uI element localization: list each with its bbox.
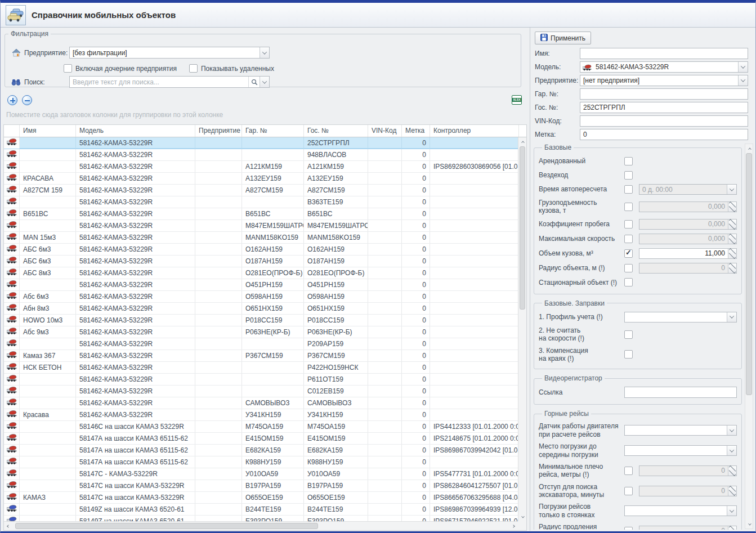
grid-vertical-scrollbar[interactable]	[518, 137, 526, 521]
option-combobox[interactable]	[624, 425, 737, 436]
option-checkbox[interactable]	[624, 157, 633, 165]
table-row[interactable]: Абн 8м3581462-КАМАЗ-53229RО651НХ159О651Н…	[4, 303, 518, 315]
option-checkbox[interactable]	[624, 203, 633, 211]
option-checkbox[interactable]	[624, 264, 633, 272]
chevron-down-icon[interactable]	[727, 312, 736, 322]
table-row[interactable]: 58146С на шасси КАМАЗ 53229RМ745ОА159М74…	[4, 421, 518, 433]
text-field[interactable]: 252СТРГРПЛ	[580, 102, 748, 113]
option-spin-editor[interactable]: 0,000	[639, 201, 737, 212]
scroll-up-icon[interactable]	[518, 137, 527, 146]
table-row[interactable]: 581462-КАМАЗ-53229RСАМОВЫВОЗСАМОВЫВОЗ0	[4, 397, 518, 409]
show-deleted-checkbox[interactable]	[189, 64, 198, 73]
remove-object-button[interactable]	[22, 95, 32, 105]
chevron-down-icon[interactable]	[738, 62, 748, 72]
option-spin-editor[interactable]: 0	[639, 263, 737, 274]
option-spin-editor[interactable]: 0	[639, 486, 737, 496]
scroll-left-icon[interactable]	[4, 522, 13, 531]
option-checkbox[interactable]	[624, 527, 633, 530]
table-row[interactable]: 581462-КАМАЗ-53229RА121КМ159А121КМ1590IP…	[4, 161, 518, 173]
table-row[interactable]: 58149Z на шасси КАМАЗ 6520-61В244ТЕ159В2…	[4, 504, 518, 516]
column-header-indicator[interactable]	[4, 125, 20, 137]
table-row[interactable]: HOWO 10м3581462-КАМАЗ-53229RР018СС159Р01…	[4, 315, 518, 326]
table-row[interactable]: 581462-КАМАЗ-53229RВ363ТЕ1590	[4, 196, 518, 208]
table-row[interactable]: MAN 15м3581462-КАМАЗ-53229RMANM158KO159M…	[4, 232, 518, 244]
option-spin-editor[interactable]: 0,000	[639, 234, 737, 244]
table-row[interactable]: АБС 6м3581462-КАМАЗ-53229RО187АН159О187А…	[4, 256, 518, 267]
option-checkbox[interactable]	[624, 235, 633, 243]
table-row[interactable]: 58147А на шасси КАМАЗ 65115-62Е415ОМ159Е…	[4, 433, 518, 445]
text-field[interactable]: 0	[580, 129, 748, 140]
grid-horizontal-scrollbar[interactable]	[4, 521, 518, 530]
option-checkbox[interactable]	[624, 171, 633, 180]
table-row[interactable]: АБС 8м3581462-КАМАЗ-53229RО281ЕО(ПРОФ-Б)…	[4, 267, 518, 279]
option-spin-editor[interactable]: 0,000	[639, 219, 737, 230]
column-header[interactable]: Контроллер	[430, 125, 519, 137]
table-row[interactable]: 58147А на шасси КАМАЗ 65115-62К988НУ159К…	[4, 456, 518, 468]
table-row[interactable]: 58147А на шасси КАМАЗ 65115-62Е682КА159Е…	[4, 445, 518, 456]
chevron-down-icon[interactable]	[738, 75, 748, 86]
option-checkbox[interactable]	[624, 350, 633, 359]
search-icon[interactable]	[248, 77, 260, 87]
chevron-down-icon[interactable]	[727, 425, 736, 435]
panel-scroll-up-icon[interactable]	[745, 144, 754, 153]
column-header[interactable]: Гар. №	[242, 125, 304, 137]
add-object-button[interactable]	[7, 95, 17, 105]
horizontal-scroll-thumb[interactable]	[15, 523, 318, 529]
scroll-down-icon[interactable]	[518, 513, 527, 521]
table-row[interactable]: В651ВС581462-КАМАЗ-53229RВ651ВСВ651ВС0	[4, 208, 518, 220]
table-row[interactable]: Красава581462-КАМАЗ-53229RУ341КН159У341К…	[4, 409, 518, 421]
text-field[interactable]	[580, 48, 748, 59]
table-row[interactable]: КАМАЗ58147С на шасси КАМАЗ-53229RО655ОЕ1…	[4, 492, 518, 504]
table-row[interactable]: Абс 9м3581462-КАМАЗ-53229RР063НЕ(КР-Б)Р0…	[4, 326, 518, 338]
option-combobox[interactable]	[624, 445, 737, 456]
option-combobox[interactable]: 0 д. 00:00	[639, 184, 737, 195]
search-options-chevron-icon[interactable]	[260, 77, 269, 87]
column-header[interactable]: Гос. №	[304, 125, 368, 137]
scroll-right-icon[interactable]	[509, 522, 518, 531]
option-spin-editor[interactable]: 0	[639, 526, 737, 530]
option-checkbox[interactable]	[624, 220, 633, 229]
column-header[interactable]: Имя	[20, 125, 76, 137]
table-row[interactable]: Абс 6м3581462-КАМАЗ-53229RО598АН159О598А…	[4, 291, 518, 303]
chevron-down-icon[interactable]	[727, 446, 736, 455]
column-header[interactable]: Модель	[76, 125, 195, 137]
table-row[interactable]: АБС 6м3581462-КАМАЗ-53229RО162АН159О162А…	[4, 244, 518, 256]
option-checkbox[interactable]	[624, 249, 633, 258]
panel-scroll-down-icon[interactable]	[745, 520, 754, 528]
table-row[interactable]: 581462-КАМАЗ-53229RР611ОТ1590	[4, 374, 518, 386]
option-checkbox[interactable]	[624, 467, 633, 475]
option-spin-editor[interactable]: 11,000	[639, 248, 737, 259]
text-field[interactable]	[580, 115, 748, 127]
chevron-down-icon[interactable]	[727, 185, 736, 194]
enterprise-combobox[interactable]: [без фильтрации]	[69, 47, 270, 59]
link-field[interactable]	[624, 387, 737, 398]
option-checkbox[interactable]	[624, 278, 633, 286]
table-row[interactable]: 581462-КАМАЗ-53229RМ847ЕМ159ШАТРОВМ847ЕМ…	[4, 220, 518, 232]
table-row[interactable]: 581462-КАМАЗ-53229RР209АР1590	[4, 338, 518, 350]
column-header[interactable]: Метка	[402, 125, 430, 137]
table-row[interactable]: 581462-КАМАЗ-53229RС012ЕВ1590	[4, 386, 518, 397]
chevron-down-icon[interactable]	[260, 47, 269, 58]
table-row[interactable]: 581462-КАМАЗ-53229RО451РН159О451РН1590	[4, 279, 518, 291]
search-input[interactable]	[70, 78, 248, 86]
panel-vertical-scrollbar[interactable]	[745, 144, 753, 529]
table-row[interactable]: Камаз 367581462-КАМАЗ-53229RР367СМ159Р36…	[4, 350, 518, 362]
column-header[interactable]: Предприятие	[195, 125, 242, 137]
text-field[interactable]	[580, 88, 748, 100]
option-checkbox[interactable]	[624, 330, 633, 339]
table-row[interactable]: 58147С на шасси КАМАЗ-53229RВ197РА159В19…	[4, 480, 518, 492]
table-row[interactable]: КРАСАВА581462-КАМАЗ-53229RА132ЕУ159А132Е…	[4, 173, 518, 185]
option-combobox[interactable]	[624, 312, 737, 323]
option-spin-editor[interactable]: 0	[639, 465, 737, 476]
model-combobox[interactable]: 581462-КАМАЗ-53229R	[580, 61, 748, 73]
option-checkbox[interactable]	[624, 185, 633, 194]
option-combobox[interactable]	[624, 505, 737, 516]
vertical-scroll-thumb[interactable]	[520, 146, 525, 310]
combobox[interactable]: [нет предприятия]	[580, 75, 748, 86]
panel-scroll-thumb[interactable]	[746, 153, 752, 395]
table-row[interactable]: 58149Z на шасси КАМАЗ 6520-61Е393РО159Е3…	[4, 516, 518, 521]
include-children-checkbox[interactable]	[64, 64, 72, 73]
column-header[interactable]: VIN-Код	[368, 125, 402, 137]
table-row[interactable]: 581462-КАМАЗ-53229R252СТРГРПЛ0	[4, 137, 518, 149]
option-checkbox[interactable]	[624, 487, 633, 495]
